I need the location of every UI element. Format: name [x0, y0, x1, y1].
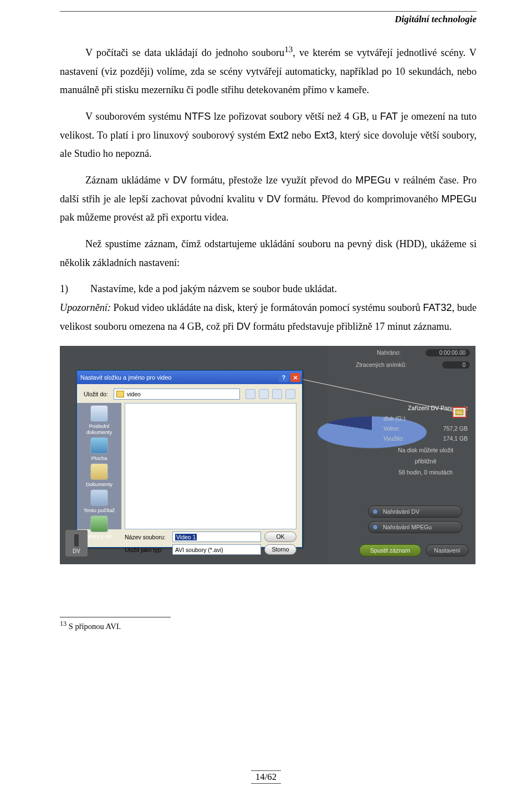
- label: Nahrávání DV: [383, 508, 420, 515]
- filetype-label: Uložit jako typ:: [125, 546, 169, 553]
- text: pak můžeme provést až při exportu videa.: [60, 212, 229, 223]
- note-line-3: 58 hodin, 0 minutách: [383, 466, 468, 477]
- warning-label: Upozornění:: [60, 302, 111, 313]
- dialog-title: Nastavit složku a jméno pro video: [80, 374, 171, 381]
- screenshot-figure: Nahráno: 0:00:00.00 Ztracených snímků: 0…: [60, 346, 475, 564]
- used-row: Využito: 174,1 GB: [383, 433, 468, 443]
- footnote-rule: [60, 617, 171, 617]
- dot-icon: [372, 509, 378, 514]
- text: FAT: [380, 111, 398, 122]
- recent-icon: [90, 405, 108, 422]
- filetype-value: AVI soubory (*.avi): [175, 546, 223, 553]
- dot-icon: [372, 524, 378, 530]
- text: formátu. Převod do komprimovaného: [280, 193, 441, 205]
- note-line-1: Na disk můžete uložit: [383, 443, 468, 454]
- sidebar-item-desktop[interactable]: Plocha: [79, 436, 120, 461]
- filetype-row: Uložit jako typ: AVI soubory (*.avi) Sto…: [125, 544, 296, 555]
- help-button[interactable]: ?: [279, 373, 289, 382]
- item-text: Nastavíme, kde a pod jakým názvem se sou…: [90, 283, 337, 294]
- label: Poslední dokumenty: [86, 423, 112, 435]
- window-buttons: ? ✕: [279, 373, 300, 382]
- text: MPEGu: [355, 175, 391, 186]
- text: formátu, přestože lze využít převod do: [187, 175, 355, 186]
- note-line-2: přibližně: [383, 454, 468, 466]
- file-list-pane[interactable]: [125, 403, 296, 529]
- item-number: 1): [60, 280, 90, 299]
- filename-row: Název souboru: Video 1 OK: [125, 532, 296, 542]
- value: 174,1 GB: [443, 435, 468, 442]
- label: Plocha: [91, 455, 107, 461]
- start-record-button[interactable]: Spustit záznam: [359, 544, 421, 556]
- text: formátu představuje přibližně 17 minut z…: [250, 321, 452, 332]
- sidebar-item-computer[interactable]: Tento počítač: [79, 488, 120, 513]
- text: Záznam ukládáme v: [85, 175, 173, 186]
- label: Tento počítač: [84, 507, 115, 513]
- body: V počítači se data ukládají do jednoho s…: [60, 42, 477, 631]
- record-mpeg-button[interactable]: Nahrávání MPEGu: [368, 521, 462, 533]
- sidebar-item-recent[interactable]: Poslední dokumenty: [79, 404, 120, 435]
- wedge-shape: [60, 484, 69, 537]
- text: V souborovém systému: [85, 111, 185, 122]
- label: disk (G:): [383, 415, 406, 422]
- save-in-label: Uložit do:: [84, 391, 108, 397]
- save-in-value: video: [127, 391, 141, 397]
- computer-icon: [90, 489, 108, 506]
- label: Nahrávání MPEGu: [383, 524, 432, 530]
- running-header: Digitální technologie: [395, 14, 477, 25]
- record-dv-button[interactable]: Nahrávání DV: [368, 505, 462, 518]
- value: 0:00:00.00: [426, 349, 470, 356]
- desktop-icon: [90, 437, 108, 454]
- documents-icon: [90, 463, 108, 480]
- back-icon[interactable]: [245, 389, 255, 399]
- up-icon[interactable]: [259, 389, 269, 399]
- paragraph-1: V počítači se data ukládají do jednoho s…: [60, 42, 477, 100]
- slot-icon: [74, 534, 79, 546]
- network-icon: [90, 515, 108, 532]
- label: Spustit záznam: [370, 547, 410, 554]
- cancel-button[interactable]: Storno: [264, 544, 296, 555]
- page-number-wrap: 14/62: [0, 770, 532, 784]
- text: Pokud video ukládáte na disk, který je f…: [111, 302, 423, 313]
- filename-input[interactable]: Video 1: [172, 532, 261, 542]
- text: NTFS: [185, 111, 211, 122]
- paragraph-4: Než spustíme záznam, čímž odstartujeme u…: [60, 235, 477, 272]
- text: Ext3: [314, 130, 334, 141]
- views-icon[interactable]: [285, 389, 295, 399]
- text: FAT32: [423, 302, 452, 313]
- settings-button[interactable]: Nastavení: [426, 544, 469, 556]
- text: Ext2: [269, 130, 289, 141]
- paragraph-2: V souborovém systému NTFS lze pořizovat …: [60, 108, 477, 164]
- warning-paragraph: Upozornění: Pokud video ukládáte na disk…: [60, 299, 477, 336]
- ok-button[interactable]: OK: [264, 532, 296, 542]
- text: nebo: [289, 130, 314, 141]
- label: Nahráno:: [377, 349, 401, 356]
- stat-recorded: Nahráno: 0:00:00.00: [377, 349, 470, 356]
- value: 757,2 GB: [443, 425, 468, 432]
- newfolder-icon[interactable]: [272, 389, 282, 399]
- right-panel: Nahráno: 0:00:00.00 Ztracených snímků: 0…: [327, 346, 475, 564]
- save-in-combobox[interactable]: video: [114, 389, 240, 400]
- nav-icons: [245, 389, 295, 399]
- label: Místa v síti: [86, 533, 111, 539]
- label: Volno:: [383, 425, 400, 432]
- filetype-combobox[interactable]: AVI soubory (*.avi): [172, 544, 261, 555]
- dv-label: DV: [73, 548, 80, 554]
- filename-value: Video 1: [175, 534, 197, 540]
- list-item-1: 1)Nastavíme, kde a pod jakým názvem se s…: [60, 280, 477, 299]
- text: DV: [267, 193, 280, 205]
- text: MPEGu: [441, 193, 477, 205]
- header-rule: [60, 11, 477, 12]
- dialog-body: Poslední dokumenty Plocha Dokumenty Tent…: [77, 403, 302, 529]
- sidebar-item-documents[interactable]: Dokumenty: [79, 462, 120, 487]
- page-number: 14/62: [251, 770, 282, 784]
- label: Využito:: [383, 435, 404, 442]
- footnote-ref: 13: [284, 44, 293, 54]
- value: 0: [442, 361, 470, 369]
- text: DV: [237, 321, 250, 332]
- stat-dropped: Ztracených snímků: 0: [356, 361, 470, 369]
- save-in-row: Uložit do: video: [77, 384, 302, 403]
- footnote-text: S příponou AVI.: [66, 622, 121, 631]
- folder-icon: [116, 391, 124, 397]
- close-button[interactable]: ✕: [290, 373, 300, 382]
- dv-cassette: DV: [65, 530, 88, 556]
